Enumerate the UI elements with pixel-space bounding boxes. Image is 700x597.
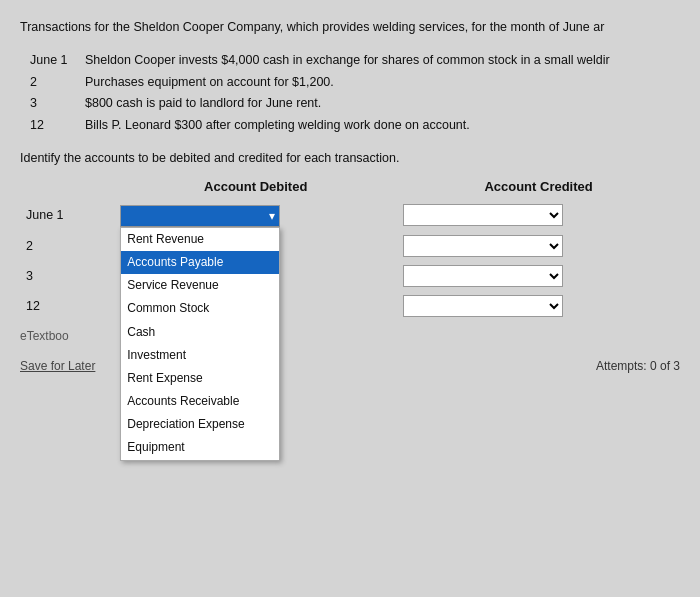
- page: Transactions for the Sheldon Cooper Comp…: [0, 0, 700, 597]
- table-row-12: 12: [20, 291, 680, 321]
- credit-cell-june1: [397, 200, 680, 231]
- attempts-text: Attempts: 0 of 3: [596, 359, 680, 373]
- transactions-list: June 1 Sheldon Cooper invests $4,000 cas…: [30, 51, 680, 135]
- dropdown-option-accounts-receivable[interactable]: Accounts Receivable: [121, 390, 279, 413]
- intro-text: Transactions for the Sheldon Cooper Comp…: [20, 20, 604, 34]
- credit-select-12[interactable]: [403, 295, 563, 317]
- table-section: Account Debited Account Credited June 1 …: [20, 175, 680, 343]
- transaction-desc-1: Sheldon Cooper invests $4,000 cash in ex…: [85, 51, 610, 70]
- transaction-desc-3: $800 cash is paid to landlord for June r…: [85, 94, 321, 113]
- intro-paragraph: Transactions for the Sheldon Cooper Comp…: [20, 18, 680, 37]
- row-label-12: 12: [20, 291, 114, 321]
- transaction-row-4: 12 Bills P. Leonard $300 after completin…: [30, 116, 680, 135]
- footer: Save for Later Attempts: 0 of 3: [20, 359, 680, 373]
- transaction-row-3: 3 $800 cash is paid to landlord for June…: [30, 94, 680, 113]
- instruction-text: Identify the accounts to be debited and …: [20, 151, 680, 165]
- transaction-desc-2: Purchases equipment on account for $1,20…: [85, 73, 334, 92]
- chevron-down-icon: ▾: [269, 209, 275, 223]
- transaction-date-3: 3: [30, 94, 85, 113]
- dropdown-list-june1[interactable]: Rent Revenue Accounts Payable Service Re…: [120, 227, 280, 461]
- etextbook-label: eTextboo: [20, 329, 680, 343]
- col-header-empty: [20, 175, 114, 200]
- row-label-3: 3: [20, 261, 114, 291]
- dropdown-option-rent-revenue[interactable]: Rent Revenue: [121, 228, 279, 251]
- debit-dropdown-june1[interactable]: ▾ Rent Revenue Accounts Payable Service …: [120, 205, 280, 227]
- transaction-date-1: June 1: [30, 51, 85, 70]
- transaction-row-2: 2 Purchases equipment on account for $1,…: [30, 73, 680, 92]
- dropdown-option-accounts-payable[interactable]: Accounts Payable: [121, 251, 279, 274]
- transaction-row-1: June 1 Sheldon Cooper invests $4,000 cas…: [30, 51, 680, 70]
- credit-select-3[interactable]: [403, 265, 563, 287]
- transaction-desc-4: Bills P. Leonard $300 after completing w…: [85, 116, 470, 135]
- table-row-2: 2: [20, 231, 680, 261]
- transaction-date-4: 12: [30, 116, 85, 135]
- dropdown-option-rent-expense[interactable]: Rent Expense: [121, 367, 279, 390]
- dropdown-option-service-revenue[interactable]: Service Revenue: [121, 274, 279, 297]
- credit-select-2[interactable]: [403, 235, 563, 257]
- col-header-credit: Account Credited: [397, 175, 680, 200]
- credit-cell-12: [397, 291, 680, 321]
- table-row-june1: June 1 ▾ Rent Revenue Accounts Payable S…: [20, 200, 680, 231]
- debit-cell-june1: ▾ Rent Revenue Accounts Payable Service …: [114, 200, 397, 231]
- dropdown-option-common-stock[interactable]: Common Stock: [121, 297, 279, 320]
- credit-select-june1[interactable]: [403, 204, 563, 226]
- dropdown-selected-june1[interactable]: ▾: [120, 205, 280, 227]
- dropdown-option-equipment[interactable]: Equipment: [121, 436, 279, 459]
- row-label-2: 2: [20, 231, 114, 261]
- row-label-june1: June 1: [20, 200, 114, 231]
- save-for-later-button[interactable]: Save for Later: [20, 359, 95, 373]
- credit-cell-2: [397, 231, 680, 261]
- dropdown-option-cash[interactable]: Cash: [121, 321, 279, 344]
- dropdown-option-investment[interactable]: Investment: [121, 344, 279, 367]
- col-header-debit: Account Debited: [114, 175, 397, 200]
- dropdown-option-depreciation-expense[interactable]: Depreciation Expense: [121, 413, 279, 436]
- transaction-date-2: 2: [30, 73, 85, 92]
- credit-cell-3: [397, 261, 680, 291]
- accounts-table: Account Debited Account Credited June 1 …: [20, 175, 680, 321]
- table-row-3: 3: [20, 261, 680, 291]
